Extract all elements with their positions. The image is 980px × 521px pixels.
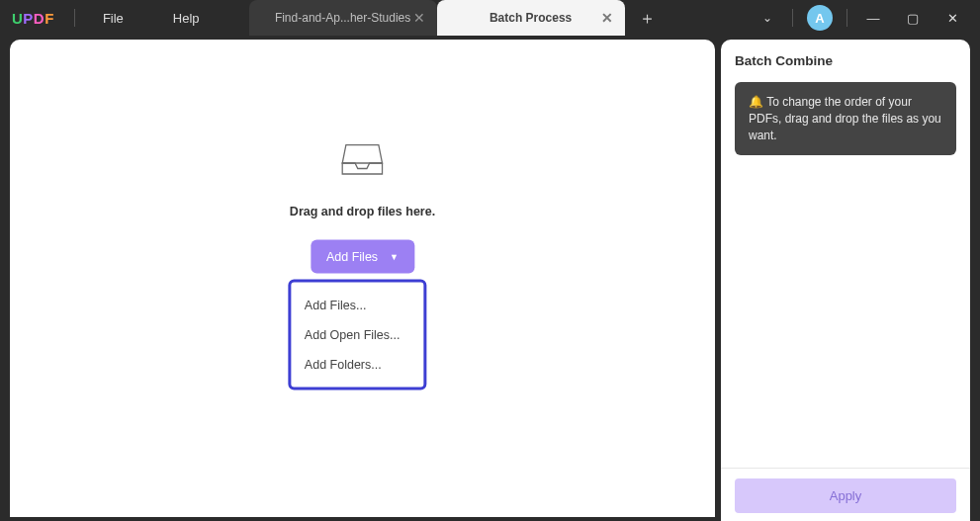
- button-label: Add Files: [326, 250, 378, 264]
- workspace: Drag and drop files here. Add Files ▼ Ad…: [0, 36, 980, 521]
- separator: [792, 9, 793, 27]
- inbox-icon: [290, 138, 435, 181]
- separator: [74, 9, 75, 27]
- dropdown-item-add-files[interactable]: Add Files...: [295, 291, 419, 320]
- tabs: Find-and-Ap...her-Studies ✕ Batch Proces…: [249, 0, 669, 36]
- add-files-dropdown: Add Files... Add Open Files... Add Folde…: [288, 280, 426, 391]
- add-files-button[interactable]: Add Files ▼: [311, 240, 414, 274]
- tip-box: 🔔 To change the order of your PDFs, drag…: [735, 82, 956, 155]
- drop-area[interactable]: Drag and drop files here. Add Files ▼ Ad…: [10, 40, 715, 517]
- minimize-button[interactable]: —: [853, 3, 893, 34]
- menu-file[interactable]: File: [95, 7, 132, 30]
- menu-help[interactable]: Help: [165, 7, 208, 30]
- close-icon[interactable]: ✕: [601, 10, 613, 26]
- titlebar: UPDF File Help Find-and-Ap...her-Studies…: [0, 0, 980, 36]
- tab-find-and-ap[interactable]: Find-and-Ap...her-Studies ✕: [249, 0, 437, 36]
- dropdown-item-add-open-files[interactable]: Add Open Files...: [295, 320, 419, 350]
- maximize-button[interactable]: ▢: [893, 3, 933, 34]
- dropzone: Drag and drop files here. Add Files ▼ Ad…: [290, 138, 435, 391]
- sidebar-panel: Batch Combine 🔔 To change the order of y…: [721, 40, 970, 521]
- apply-button[interactable]: Apply: [735, 478, 956, 513]
- separator: [846, 9, 847, 27]
- tab-label: Find-and-Ap...her-Studies: [275, 11, 410, 25]
- app-logo: UPDF: [12, 10, 54, 27]
- drop-text: Drag and drop files here.: [290, 205, 435, 218]
- main-canvas: Drag and drop files here. Add Files ▼ Ad…: [0, 36, 715, 521]
- caret-down-icon: ▼: [390, 252, 399, 262]
- tip-text: To change the order of your PDFs, drag a…: [749, 95, 941, 142]
- panel-title: Batch Combine: [735, 53, 956, 68]
- chevron-down-icon[interactable]: ⌄: [749, 5, 786, 31]
- close-button[interactable]: ✕: [933, 3, 972, 34]
- bell-icon: 🔔: [749, 95, 763, 109]
- tab-batch-process[interactable]: Batch Process ✕: [437, 0, 625, 36]
- window-controls: ⌄ A — ▢ ✕: [749, 3, 972, 34]
- tab-label: Batch Process: [490, 11, 572, 25]
- sidebar: Batch Combine 🔔 To change the order of y…: [715, 36, 980, 521]
- dropdown-item-add-folders[interactable]: Add Folders...: [295, 350, 419, 380]
- sidebar-footer: Apply: [721, 468, 970, 521]
- close-icon[interactable]: ✕: [413, 10, 425, 26]
- avatar[interactable]: A: [807, 5, 833, 31]
- new-tab-button[interactable]: ＋: [625, 7, 669, 30]
